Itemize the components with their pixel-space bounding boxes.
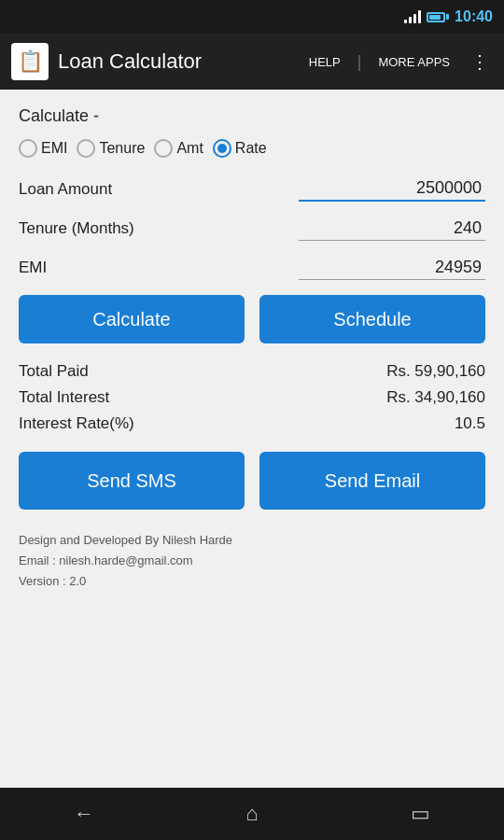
tenure-row: Tenure (Months) [19, 217, 485, 241]
emi-input-wrap [299, 256, 485, 280]
back-icon: ← [74, 802, 94, 826]
send-sms-button[interactable]: Send SMS [19, 452, 245, 510]
home-button[interactable]: ⌂ [224, 795, 280, 833]
total-interest-row: Total Interest Rs. 34,90,160 [19, 388, 485, 407]
radio-emi[interactable]: EMI [19, 139, 67, 158]
help-button[interactable]: HELP [301, 51, 348, 73]
total-paid-row: Total Paid Rs. 59,90,160 [19, 362, 485, 381]
app-icon: 📋 [11, 43, 49, 80]
back-button[interactable]: ← [56, 795, 112, 833]
time-display: 10:40 [455, 8, 493, 25]
radio-rate-circle[interactable] [213, 139, 231, 158]
tenure-input[interactable] [299, 217, 485, 240]
loan-amount-input-wrap [299, 176, 485, 202]
radio-group: EMI Tenure Amt Rate [19, 139, 485, 158]
total-paid-value: Rs. 59,90,160 [386, 362, 485, 381]
tenure-label: Tenure (Months) [19, 219, 134, 238]
send-email-button[interactable]: Send Email [259, 452, 485, 510]
recents-button[interactable]: ▭ [392, 795, 448, 833]
radio-tenure[interactable]: Tenure [77, 139, 145, 158]
radio-emi-circle[interactable] [19, 139, 37, 158]
radio-rate[interactable]: Rate [213, 139, 267, 158]
toolbar-divider: | [357, 52, 362, 72]
interest-rate-row: Interest Rate(%) 10.5 [19, 414, 485, 433]
loan-amount-row: Loan Amount [19, 176, 485, 202]
radio-amt-circle[interactable] [154, 139, 173, 158]
radio-emi-label: EMI [41, 140, 67, 157]
footer-line2: Email : nilesh.harde@gmail.com [19, 551, 485, 571]
calculate-label: Calculate - [19, 106, 485, 126]
action-buttons-row: Calculate Schedule [19, 295, 485, 343]
schedule-button[interactable]: Schedule [259, 295, 485, 343]
calculate-button[interactable]: Calculate [19, 295, 245, 343]
battery-icon [427, 12, 449, 22]
footer-line1: Design and Developed By Nilesh Harde [19, 530, 485, 551]
emi-input[interactable] [299, 256, 485, 279]
radio-tenure-label: Tenure [99, 140, 145, 157]
interest-rate-value: 10.5 [455, 414, 485, 433]
loan-amount-input[interactable] [299, 176, 485, 200]
interest-rate-label: Interest Rate(%) [19, 414, 134, 433]
emi-label: EMI [19, 259, 47, 277]
recents-icon: ▭ [411, 802, 430, 826]
more-apps-button[interactable]: MORE APPS [371, 51, 457, 73]
radio-rate-label: Rate [235, 140, 267, 157]
app-title: Loan Calculator [58, 49, 292, 74]
footer: Design and Developed By Nilesh Harde Ema… [19, 530, 485, 592]
tenure-input-wrap [299, 217, 485, 241]
status-bar: 10:40 [0, 0, 504, 34]
results-section: Total Paid Rs. 59,90,160 Total Interest … [19, 362, 485, 433]
loan-amount-label: Loan Amount [19, 180, 112, 199]
more-options-icon[interactable]: ⋮ [467, 50, 493, 73]
nav-bar: ← ⌂ ▭ [0, 788, 504, 840]
home-icon: ⌂ [245, 802, 258, 826]
main-content: Calculate - EMI Tenure Amt Rate Loan Amo… [0, 90, 504, 788]
total-interest-label: Total Interest [19, 388, 109, 407]
radio-tenure-circle[interactable] [77, 139, 95, 158]
send-buttons-row: Send SMS Send Email [19, 452, 485, 510]
radio-amt[interactable]: Amt [154, 139, 203, 158]
total-paid-label: Total Paid [19, 362, 89, 381]
radio-amt-label: Amt [176, 140, 203, 157]
footer-line3: Version : 2.0 [19, 571, 485, 592]
emi-row: EMI [19, 256, 485, 280]
toolbar: 📋 Loan Calculator HELP | MORE APPS ⋮ [0, 34, 504, 90]
total-interest-value: Rs. 34,90,160 [386, 388, 485, 407]
signal-icon [404, 10, 421, 23]
